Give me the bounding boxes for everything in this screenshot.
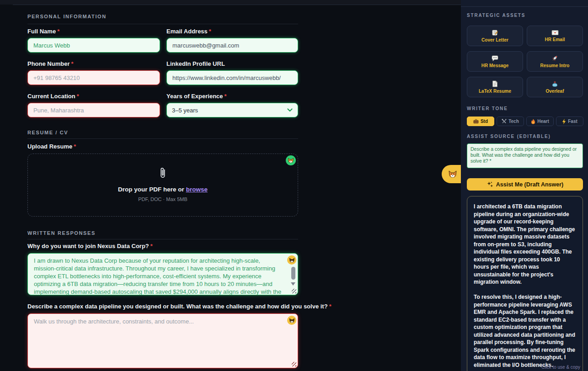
asset-label: LaTeX Resume [479, 89, 511, 94]
required-asterisk: * [57, 28, 59, 35]
divider [27, 239, 298, 239]
experience-select[interactable]: 3–5 years [166, 103, 298, 117]
asset-label: Resume Intro [540, 63, 570, 68]
draft-answer-box[interactable]: I architected a 6TB data migration pipel… [467, 196, 583, 371]
experience-group: Years of Experience* 3–5 years [166, 93, 298, 117]
linkedin-input[interactable] [166, 70, 298, 85]
fox-icon [289, 258, 295, 263]
question1-label: Why do you want to join Nexus Data Corp?… [27, 243, 153, 249]
application-form-panel: PERSONAL INFORMATION Full Name* Email Ad… [0, 0, 461, 371]
resume-section-title: RESUME / CV [27, 130, 68, 135]
asset-button-overleaf[interactable]: Overleaf [527, 77, 583, 97]
divider [27, 24, 298, 24]
scroll-down-arrow[interactable] [291, 282, 295, 286]
sidebar-divider [461, 6, 588, 7]
fountain-icon [551, 81, 558, 87]
assist-source-textarea[interactable]: Describe a complex data pipeline you des… [467, 143, 583, 168]
strategic-assets-header: STRATEGIC ASSETS [467, 13, 525, 18]
written-responses-section-title: WRITTEN RESPONSES [27, 230, 96, 236]
assistant-badge[interactable] [287, 316, 296, 325]
email-label: Email Address* [166, 28, 298, 35]
asset-button-latex-resume[interactable]: LaTeX Resume [467, 77, 523, 97]
asset-button-resume-intro[interactable]: Resume Intro [527, 51, 583, 72]
browse-link[interactable]: browse [186, 186, 208, 193]
resize-grip[interactable] [292, 289, 296, 293]
asset-button-hr-message[interactable]: HR Message [467, 51, 523, 72]
job-application-page: PERSONAL INFORMATION Full Name* Email Ad… [0, 0, 588, 371]
assist-source-header: ASSIST SOURCE (EDITABLE) [467, 134, 551, 139]
page-icon [492, 80, 498, 87]
tone-button-fast[interactable]: Fast [556, 117, 583, 126]
card-top-border [13, 5, 461, 5]
memo-icon [492, 29, 498, 36]
tone-button-std[interactable]: Std [467, 117, 494, 126]
assistant-badge[interactable] [287, 255, 296, 265]
required-asterisk: * [209, 28, 211, 35]
writer-tone-header: WRITER TONE [467, 106, 508, 111]
question1-answer-text: I am drawn to Nexus Data Corp because of… [28, 254, 298, 295]
resize-grip[interactable] [292, 362, 296, 366]
fox-icon [289, 318, 295, 323]
location-input[interactable] [27, 103, 160, 117]
location-group: Current Location* [27, 93, 160, 117]
divider [27, 138, 298, 139]
sparkles-icon [486, 181, 493, 188]
chevron-down-icon [287, 108, 293, 112]
fox-icon [288, 158, 294, 163]
required-asterisk: * [77, 93, 79, 100]
assist-me-button-label: Assist Me (Draft Answer) [496, 181, 564, 188]
assistant-mascot-tab[interactable] [442, 165, 461, 183]
full-name-group: Full Name* [27, 28, 160, 53]
upload-resume-label: Upload Resume* [27, 143, 76, 150]
full-name-label: Full Name* [27, 28, 160, 35]
required-asterisk: * [225, 93, 227, 100]
phone-group: Phone Number* [27, 60, 160, 85]
location-label: Current Location* [27, 93, 160, 100]
tone-label: Std [481, 119, 488, 124]
email-input[interactable] [166, 38, 298, 53]
tone-button-heart[interactable]: Heart [526, 117, 554, 126]
assist-me-button[interactable]: Assist Me (Draft Answer) [467, 178, 583, 191]
phone-label: Phone Number* [27, 60, 160, 67]
rocket-icon [551, 55, 558, 62]
draft-answer-text: I architected a 6TB data migration pipel… [474, 203, 576, 371]
full-name-input[interactable] [27, 38, 160, 53]
tone-label: Tech [508, 119, 519, 124]
asset-label: HR Message [481, 63, 508, 68]
flame-icon [531, 119, 535, 124]
asset-label: Overleaf [545, 89, 564, 94]
phone-input[interactable] [27, 70, 160, 85]
required-asterisk: * [329, 303, 331, 310]
resume-dropzone[interactable]: Drop your PDF here or browse PDF, DOC · … [27, 154, 298, 217]
question2-label: Describe a complex data pipeline you des… [27, 303, 331, 310]
required-asterisk: * [150, 243, 153, 249]
paperclip-icon [28, 167, 298, 180]
linkedin-group: LinkedIn Profile URL [166, 60, 298, 85]
tone-label: Heart [537, 119, 549, 124]
strategic-assets-grid: Cover Letter HR Email HR Message [467, 26, 583, 97]
question1-textarea[interactable]: I am drawn to Nexus Data Corp because of… [27, 253, 298, 295]
required-asterisk: * [74, 143, 76, 150]
bolt-icon [562, 119, 566, 124]
fox-icon [448, 170, 457, 178]
writer-tone-group: Std Tech Heart [467, 117, 583, 126]
experience-label: Years of Experience* [166, 93, 298, 100]
asset-button-hr-email[interactable]: HR Email [527, 26, 583, 46]
textarea-scrollbar-thumb[interactable] [291, 267, 295, 280]
personal-info-fields: Full Name* Email Address* Phone Number* … [27, 28, 298, 117]
drop-instruction: Drop your PDF here or browse [28, 186, 298, 193]
asset-label: Cover Letter [481, 37, 508, 42]
email-icon [551, 30, 559, 36]
experience-selected-value: 3–5 years [172, 107, 198, 114]
tone-button-tech[interactable]: Tech [497, 117, 524, 126]
required-asterisk: * [71, 60, 73, 67]
briefcase-icon [473, 119, 479, 124]
personal-info-section-title: PERSONAL INFORMATION [27, 14, 107, 19]
question2-textarea[interactable]: Walk us through the architecture, constr… [27, 313, 298, 368]
tools-icon [502, 119, 507, 124]
top-band [0, 0, 461, 5]
asset-label: HR Email [545, 37, 565, 42]
assistant-badge[interactable] [286, 155, 296, 165]
asset-button-cover-letter[interactable]: Cover Letter [467, 26, 523, 46]
assistant-sidebar: STRATEGIC ASSETS Cover Letter HR [461, 0, 588, 371]
